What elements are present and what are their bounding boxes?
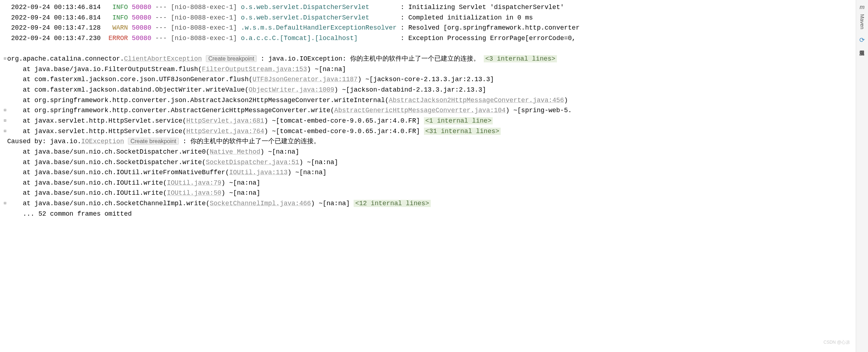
stack-frame: at java.base/sun.nio.ch.IOUtil.write(IOU… (3, 178, 856, 188)
expand-icon (3, 85, 7, 95)
stack-frame: ⊞ at javax.servlet.http.HttpServlet.serv… (3, 116, 856, 126)
source-link[interactable]: HttpServlet.java:681 (186, 117, 264, 124)
gutter (3, 2, 7, 13)
folded-lines[interactable]: <1 internal line> (424, 117, 493, 124)
frames-omitted: ... 52 common frames omitted (3, 209, 856, 219)
source-link[interactable]: SocketChannelImpl.java:466 (210, 200, 311, 207)
source-link[interactable]: UTF8JsonGenerator.java:1187 (253, 76, 358, 83)
stack-frame: ⊞ at org.springframework.http.converter.… (3, 105, 856, 116)
exception-class-link[interactable]: IOException (81, 138, 124, 145)
source-link[interactable]: AbstractJackson2HttpMessageConverter.jav… (389, 97, 564, 104)
expand-icon (3, 74, 7, 85)
log-line: 2022-09-24 00:13:46.814 INFO 50080 --- [… (3, 13, 856, 23)
maven-icon: m (859, 2, 864, 13)
expand-icon[interactable]: ⊞ (3, 198, 7, 209)
sidebar-observer[interactable]: ⟳ 应用观测器 (857, 35, 867, 47)
source-link[interactable]: HttpServlet.java:764 (186, 128, 264, 135)
gutter (3, 13, 7, 23)
expand-icon[interactable]: ⊞ (3, 54, 7, 64)
stack-frame: at java.base/sun.nio.ch.SocketDispatcher… (3, 157, 856, 168)
source-link[interactable]: ObjectWriter.java:1009 (249, 86, 335, 93)
create-breakpoint-button[interactable]: Create breakpoint (206, 55, 257, 62)
stack-frame: at com.fasterxml.jackson.databind.Object… (3, 85, 856, 95)
source-link[interactable]: AbstractGenericHttpMessageConverter.java… (334, 107, 505, 114)
source-link[interactable]: SocketDispatcher.java:51 (206, 159, 299, 166)
right-sidebar: m Maven ⟳ 应用观测器 (856, 0, 868, 352)
expand-icon[interactable]: ⊞ (3, 105, 7, 116)
stack-frame: at java.base/sun.nio.ch.SocketDispatcher… (3, 147, 856, 157)
log-line: 2022-09-24 00:13:47.230 ERROR 50080 --- … (3, 33, 856, 44)
stack-frame: ⊞ at java.base/sun.nio.ch.SocketChannelI… (3, 198, 856, 209)
expand-icon (3, 178, 7, 188)
stack-frame: at java.base/java.io.FilterOutputStream.… (3, 64, 856, 75)
log-line: 2022-09-24 00:13:46.814 INFO 50080 --- [… (3, 2, 856, 13)
exception-class-link[interactable]: ClientAbortException (124, 55, 202, 62)
folded-lines[interactable]: <31 internal lines> (424, 128, 501, 135)
exception-heading: ⊞org.apache.catalina.connector.ClientAbo… (3, 54, 856, 64)
expand-icon (3, 167, 7, 178)
stack-frame: at java.base/sun.nio.ch.IOUtil.write(IOU… (3, 188, 856, 198)
sidebar-maven[interactable]: m Maven (857, 2, 867, 29)
stack-frame: at com.fasterxml.jackson.core.json.UTF8J… (3, 74, 856, 85)
create-breakpoint-button[interactable]: Create breakpoint (128, 138, 179, 145)
gutter (3, 33, 7, 44)
expand-icon (3, 188, 7, 198)
source-link[interactable]: FilterOutputStream.java:153 (202, 66, 307, 73)
expand-icon (3, 147, 7, 157)
expand-icon[interactable]: ⊞ (3, 116, 7, 126)
console-output: 2022-09-24 00:13:46.814 INFO 50080 --- [… (0, 0, 856, 352)
source-link[interactable]: IOUtil.java:113 (229, 169, 288, 176)
log-line: 2022-09-24 00:13:47.128 WARN 50080 --- [… (3, 23, 856, 33)
watermark: CSDN @心凉 (823, 337, 850, 348)
stack-frame: ⊞ at javax.servlet.http.HttpServlet.serv… (3, 126, 856, 137)
expand-icon (3, 64, 7, 75)
observer-icon: ⟳ (859, 35, 865, 45)
expand-icon (3, 157, 7, 168)
source-link[interactable]: Native Method (210, 148, 260, 155)
caused-by: Caused by: java.io.IOException Create br… (3, 136, 856, 147)
expand-icon[interactable]: ⊞ (3, 126, 7, 137)
gutter (3, 23, 7, 33)
source-link[interactable]: IOUtil.java:50 (167, 190, 221, 197)
folded-lines[interactable]: <3 internal lines> (484, 55, 557, 62)
source-link[interactable]: IOUtil.java:79 (167, 179, 221, 186)
stack-frame: at org.springframework.http.converter.js… (3, 95, 856, 106)
sidebar-maven-label: Maven (857, 14, 867, 29)
stack-frame: at java.base/sun.nio.ch.IOUtil.writeFrom… (3, 167, 856, 178)
folded-lines[interactable]: <12 internal lines> (354, 200, 430, 207)
expand-icon (3, 95, 7, 106)
